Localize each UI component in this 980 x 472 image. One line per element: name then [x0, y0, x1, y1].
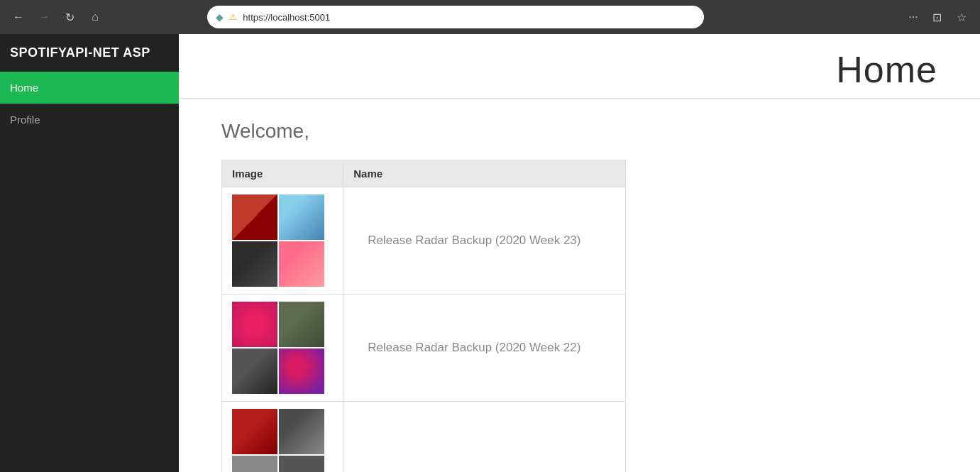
- browser-right-icons: ··· ⊡ ☆: [903, 7, 971, 27]
- playlist-name: [353, 448, 382, 461]
- main-content: Home Welcome, Image Name: [179, 34, 980, 472]
- home-button[interactable]: ⌂: [85, 7, 105, 27]
- forward-button[interactable]: →: [34, 7, 54, 27]
- table-cell-image: [222, 295, 343, 402]
- table-row: Release Radar Backup (2020 Week 22): [222, 295, 626, 402]
- album-thumb: [232, 241, 277, 287]
- star-button[interactable]: ☆: [952, 7, 971, 27]
- table-cell-image: [222, 187, 343, 295]
- album-thumb: [232, 409, 277, 454]
- table-row: Release Radar Backup (2020 Week 23): [222, 187, 626, 295]
- more-button[interactable]: ···: [903, 7, 923, 27]
- album-thumb: [279, 456, 324, 472]
- playlist-table: Image Name: [221, 160, 626, 472]
- album-thumb: [232, 302, 277, 347]
- page-title-bar: Home: [179, 34, 980, 99]
- table-header-row: Image Name: [222, 160, 626, 187]
- album-thumb: [279, 348, 324, 394]
- content-body: Welcome, Image Name: [179, 99, 980, 472]
- page-title: Home: [207, 48, 937, 91]
- album-thumb: [232, 348, 277, 394]
- col-name-header: Name: [343, 160, 626, 187]
- table-row: [222, 402, 626, 473]
- album-thumb: [279, 194, 324, 240]
- pocket-button[interactable]: ⊡: [927, 7, 947, 27]
- back-button[interactable]: ←: [9, 7, 28, 27]
- welcome-text: Welcome,: [221, 120, 937, 143]
- browser-chrome: ← → ↻ ⌂ ◆ ⚠ https://localhost:5001 ··· ⊡…: [0, 0, 980, 34]
- playlist-name: Release Radar Backup (2020 Week 22): [353, 341, 595, 354]
- table-cell-image: [222, 402, 343, 473]
- table-cell-name: Release Radar Backup (2020 Week 23): [343, 187, 626, 295]
- album-thumb: [279, 302, 324, 347]
- table-cell-name: Release Radar Backup (2020 Week 22): [343, 295, 626, 402]
- album-grid-2: [232, 302, 324, 394]
- album-thumb: [232, 194, 277, 240]
- address-bar[interactable]: ◆ ⚠ https://localhost:5001: [207, 6, 704, 28]
- table-cell-name: [343, 402, 626, 473]
- col-image-header: Image: [222, 160, 343, 187]
- reload-button[interactable]: ↻: [60, 7, 79, 27]
- app-container: SPOTIFYAPI-NET ASP Home Profile Home Wel…: [0, 34, 980, 472]
- album-grid-3: [232, 409, 324, 472]
- lock-icon: ⚠: [229, 12, 237, 22]
- playlist-name: Release Radar Backup (2020 Week 23): [353, 234, 595, 247]
- album-grid-1: [232, 194, 324, 287]
- sidebar-item-home[interactable]: Home: [0, 72, 179, 104]
- shield-icon: ◆: [216, 11, 224, 23]
- url-text: https://localhost:5001: [243, 12, 330, 23]
- album-thumb: [232, 456, 277, 472]
- album-thumb: [279, 241, 324, 287]
- album-thumb: [279, 409, 324, 454]
- sidebar-item-profile[interactable]: Profile: [0, 104, 179, 136]
- sidebar-brand: SPOTIFYAPI-NET ASP: [0, 34, 179, 72]
- sidebar: SPOTIFYAPI-NET ASP Home Profile: [0, 34, 179, 472]
